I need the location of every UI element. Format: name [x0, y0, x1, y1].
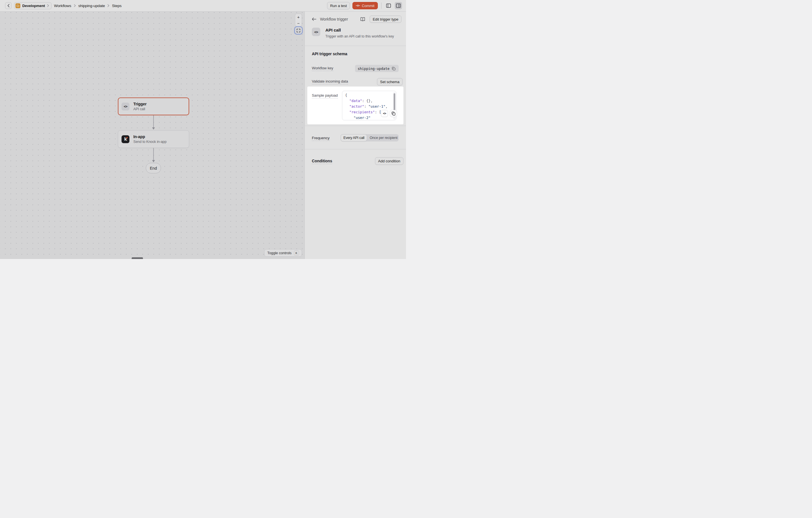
trigger-node[interactable]: <> Trigger API call: [118, 97, 189, 115]
trigger-type-summary: <> API call Trigger with an API call to …: [312, 28, 394, 38]
commit-button[interactable]: Commit: [352, 2, 378, 9]
commit-label: Commit: [362, 4, 374, 8]
trigger-type-title: API call: [325, 28, 394, 33]
in-app-node[interactable]: k In-app Send to Knock in-app: [118, 130, 189, 148]
run-a-test-button[interactable]: Run a test: [327, 2, 350, 9]
add-condition-button[interactable]: Add condition: [375, 157, 403, 165]
editor-scrollbar-thumb[interactable]: [394, 93, 395, 111]
environment-folder-icon: [16, 3, 20, 8]
trigger-settings-panel: Workflow trigger Edit trigger type <> AP…: [304, 11, 406, 259]
chevron-right-icon: [108, 4, 109, 7]
breadcrumb: Development Workflows shipping-update St…: [5, 2, 121, 9]
workflow-key-value: shipping-update: [355, 65, 399, 72]
keyboard-shortcut-badge: K: [294, 250, 299, 255]
chevron-right-icon: [74, 4, 76, 7]
sample-payload-editor[interactable]: { "data": {}, "actor": "user-1", "recipi…: [342, 91, 397, 120]
copy-icon: [392, 112, 396, 116]
frequency-segmented-control: Every API call Once per recipient: [341, 134, 399, 142]
top-bar-actions: Run a test Commit: [327, 2, 402, 9]
in-app-node-subtitle: Send to Knock in-app: [133, 140, 167, 144]
panel-header: Workflow trigger Edit trigger type: [305, 15, 406, 23]
trigger-type-subtitle: Trigger with an API call to this workflo…: [325, 34, 394, 38]
validate-incoming-data-label: Validate incoming data: [312, 79, 348, 84]
divider: [381, 3, 381, 9]
knock-logo-dot: [126, 137, 128, 139]
code-icon: <>: [312, 28, 320, 36]
divider: [305, 149, 406, 149]
canvas-zoom-controls: + −: [295, 13, 302, 27]
divider: [305, 126, 406, 126]
edit-trigger-type-button[interactable]: Edit trigger type: [370, 16, 402, 23]
fit-view-button[interactable]: [295, 27, 302, 34]
chevron-right-icon: [47, 4, 49, 7]
environment-switcher[interactable]: Development: [14, 2, 52, 9]
trigger-node-title: Trigger: [133, 102, 147, 106]
top-bar: Development Workflows shipping-update St…: [0, 0, 406, 11]
environment-name: Development: [22, 4, 45, 8]
workflow-key-label: Workflow key: [312, 66, 333, 71]
toggle-right-panel-button[interactable]: [395, 2, 402, 9]
fit-view-icon: [297, 29, 300, 32]
sample-payload-label: Sample payload: [312, 93, 338, 98]
code-icon: <>: [121, 102, 129, 111]
panel-left-icon: [386, 3, 391, 8]
workflow-canvas[interactable]: + − <> Trigger API call k In-app Send to…: [0, 11, 304, 259]
zoom-out-button[interactable]: −: [295, 20, 302, 26]
trigger-node-subtitle: API call: [133, 107, 147, 111]
toggle-left-panel-button[interactable]: [385, 2, 392, 9]
expand-code-editor-button[interactable]: <>: [381, 110, 388, 117]
divider: [305, 45, 406, 46]
bottom-edge-element: [132, 257, 143, 259]
frequency-option-once-per-recipient[interactable]: Once per recipient: [367, 134, 400, 142]
breadcrumb-steps[interactable]: Steps: [112, 4, 121, 8]
workflow-key-text: shipping-update: [358, 66, 390, 71]
copy-payload-button[interactable]: [390, 110, 397, 117]
frequency-label: Frequency: [312, 136, 329, 141]
breadcrumb-workflows[interactable]: Workflows: [54, 4, 71, 8]
back-button[interactable]: [5, 2, 11, 9]
copy-icon[interactable]: [392, 66, 396, 71]
breadcrumb-workflow-key[interactable]: shipping-update: [78, 4, 105, 8]
chevron-left-icon: [7, 4, 9, 7]
commit-icon: [356, 4, 360, 7]
schema-section-heading: API trigger schema: [312, 52, 347, 56]
back-arrow-button[interactable]: [312, 16, 317, 23]
workflow-editor-page: Development Workflows shipping-update St…: [0, 0, 406, 259]
panel-right-icon: [396, 3, 401, 8]
end-node[interactable]: End: [146, 163, 161, 173]
conditions-label: Conditions: [312, 159, 332, 164]
docs-book-icon[interactable]: [359, 16, 366, 23]
knock-logo-icon: k: [121, 135, 129, 143]
toggle-controls-label: Toggle controls: [267, 251, 292, 255]
in-app-node-title: In-app: [133, 134, 167, 139]
set-schema-button[interactable]: Set schema: [377, 78, 403, 85]
frequency-option-every-api-call[interactable]: Every API call: [341, 134, 367, 142]
sample-payload-json: { "data": {}, "actor": "user-1", "recipi…: [342, 91, 396, 120]
zoom-in-button[interactable]: +: [295, 14, 302, 20]
panel-title: Workflow trigger: [320, 17, 348, 22]
toggle-controls-button[interactable]: Toggle controls K: [264, 249, 302, 257]
